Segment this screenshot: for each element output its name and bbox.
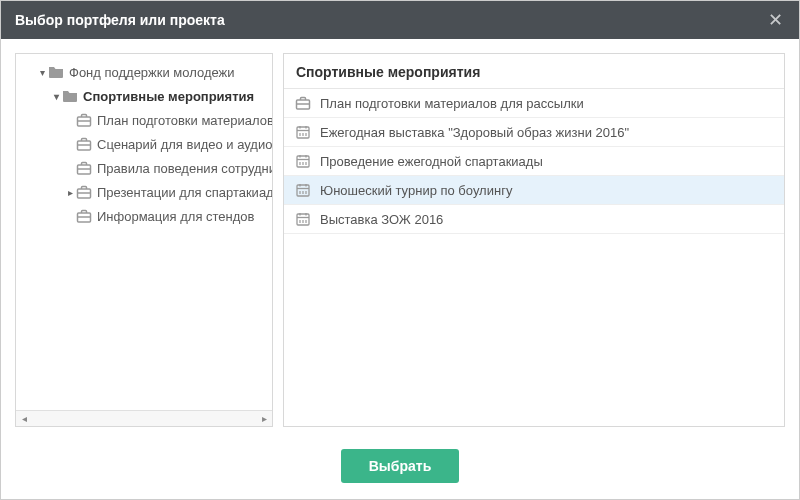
tree-node[interactable]: ▸Презентации для спартакиады (16, 180, 272, 204)
list-panel: Спортивные мероприятия План подготовки м… (283, 53, 785, 427)
tree-node[interactable]: ▾Фонд поддержки молодежи (16, 60, 272, 84)
list-item-label: План подготовки материалов для рассылки (320, 96, 584, 111)
tree-node[interactable]: Информация для стендов (16, 204, 272, 228)
scroll-right-icon[interactable]: ▸ (256, 411, 272, 427)
list-item-label: Ежегодная выставка "Здоровый образ жизни… (320, 125, 629, 140)
briefcase-icon (76, 112, 92, 128)
tree-node[interactable]: ▾Спортивные мероприятия (16, 84, 272, 108)
tree-node[interactable]: Сценарий для видео и аудиороликов (16, 132, 272, 156)
folder-icon (62, 88, 78, 104)
list-item-label: Юношеский турнир по боулингу (320, 183, 512, 198)
briefcase-icon (76, 136, 92, 152)
scroll-left-icon[interactable]: ◂ (16, 411, 32, 427)
dialog-footer: Выбрать (1, 439, 799, 499)
tree-node-label: Информация для стендов (97, 209, 254, 224)
list-item-label: Выставка ЗОЖ 2016 (320, 212, 443, 227)
calendar-icon (294, 123, 312, 141)
folder-icon (48, 64, 64, 80)
scroll-track[interactable] (32, 413, 256, 425)
dialog-body: ▾Фонд поддержки молодежи▾Спортивные меро… (1, 39, 799, 439)
titlebar: Выбор портфеля или проекта ✕ (1, 1, 799, 39)
tree-panel: ▾Фонд поддержки молодежи▾Спортивные меро… (15, 53, 273, 427)
tree-toggle-icon[interactable]: ▾ (50, 91, 62, 102)
tree-node[interactable]: Правила поведения сотрудников (16, 156, 272, 180)
list-header: Спортивные мероприятия (284, 54, 784, 89)
tree-node-label: План подготовки материалов для рассылки (97, 113, 272, 128)
tree-node-label: Правила поведения сотрудников (97, 161, 272, 176)
list-item[interactable]: План подготовки материалов для рассылки (284, 89, 784, 118)
list-item[interactable]: Ежегодная выставка "Здоровый образ жизни… (284, 118, 784, 147)
tree-node[interactable]: План подготовки материалов для рассылки (16, 108, 272, 132)
calendar-icon (294, 181, 312, 199)
tree-toggle-icon[interactable]: ▸ (64, 187, 76, 198)
list-item[interactable]: Выставка ЗОЖ 2016 (284, 205, 784, 234)
briefcase-icon (76, 184, 92, 200)
tree[interactable]: ▾Фонд поддержки молодежи▾Спортивные меро… (16, 54, 272, 410)
briefcase-icon (76, 208, 92, 224)
list-item[interactable]: Проведение ежегодной спартакиады (284, 147, 784, 176)
tree-node-label: Сценарий для видео и аудиороликов (97, 137, 272, 152)
tree-node-label: Фонд поддержки молодежи (69, 65, 235, 80)
dialog: Выбор портфеля или проекта ✕ ▾Фонд подде… (0, 0, 800, 500)
tree-node-label: Спортивные мероприятия (83, 89, 254, 104)
dialog-title: Выбор портфеля или проекта (15, 12, 765, 28)
select-button[interactable]: Выбрать (341, 449, 460, 483)
briefcase-icon (76, 160, 92, 176)
calendar-icon (294, 210, 312, 228)
briefcase-icon (294, 94, 312, 112)
tree-node-label: Презентации для спартакиады (97, 185, 272, 200)
list[interactable]: План подготовки материалов для рассылкиЕ… (284, 89, 784, 426)
calendar-icon (294, 152, 312, 170)
tree-toggle-icon[interactable]: ▾ (36, 67, 48, 78)
horizontal-scrollbar[interactable]: ◂ ▸ (16, 410, 272, 426)
close-icon[interactable]: ✕ (765, 10, 785, 30)
list-item-label: Проведение ежегодной спартакиады (320, 154, 543, 169)
list-item[interactable]: Юношеский турнир по боулингу (284, 176, 784, 205)
